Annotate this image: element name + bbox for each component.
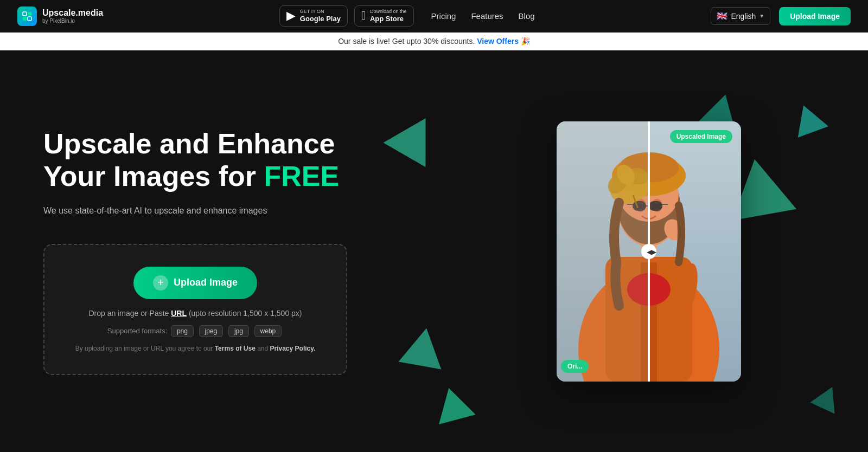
hero-section: Upscale and Enhance Your Images for FREE…	[0, 50, 868, 452]
hero-title-line1: Upscale and Enhance	[43, 128, 335, 159]
decorative-triangle-5	[430, 383, 475, 424]
chevron-down-icon: ▼	[759, 13, 764, 19]
app-store-sub: Download on the	[370, 9, 407, 15]
svg-rect-19	[649, 201, 662, 211]
decorative-triangle-6	[810, 381, 844, 414]
upload-button-label: Upload Image	[174, 277, 238, 288]
formats-label: Supported formats:	[107, 327, 168, 335]
logo[interactable]: Upscale.media by PixelBin.io	[17, 7, 103, 26]
svg-rect-2	[23, 17, 27, 21]
terms-link[interactable]: Terms of Use	[215, 345, 256, 352]
promo-bar: Our sale is live! Get upto 30% discounts…	[0, 33, 868, 50]
logo-title: Upscale.media	[42, 8, 103, 18]
navbar: Upscale.media by PixelBin.io ▶ GET IT ON…	[0, 0, 868, 33]
hero-image-right: ◀▶ Upscaled Image Ori...	[473, 121, 825, 382]
drop-text-suffix: (upto resolution 1,500 x 1,500 px)	[187, 309, 302, 318]
upload-box: + Upload Image Drop an image or Paste UR…	[43, 244, 347, 375]
google-play-button[interactable]: ▶ GET IT ON Google Play	[279, 5, 348, 26]
format-jpeg: jpeg	[199, 325, 224, 337]
svg-rect-1	[28, 12, 31, 16]
flag-icon: 🇬🇧	[717, 11, 727, 21]
language-label: English	[731, 12, 756, 21]
hero-title-line2: Your Images for	[43, 160, 264, 192]
original-label: Ori...	[561, 360, 589, 373]
promo-emoji: 🎉	[521, 37, 530, 46]
logo-text: Upscale.media by PixelBin.io	[42, 8, 103, 24]
promo-link[interactable]: View Offers	[477, 37, 519, 46]
google-play-name: Google Play	[300, 15, 341, 23]
app-store-button[interactable]:  Download on the App Store	[354, 5, 414, 26]
nav-upload-button[interactable]: Upload Image	[779, 7, 851, 25]
hero-content-left: Upscale and Enhance Your Images for FREE…	[43, 128, 347, 374]
svg-rect-30	[557, 121, 649, 382]
comparison-image: ◀▶	[557, 121, 741, 382]
terms-text: By uploading an image or URL you agree t…	[61, 345, 330, 352]
format-png: png	[171, 325, 194, 337]
format-webp: webp	[254, 325, 282, 337]
url-link[interactable]: URL	[171, 309, 187, 318]
hero-subtitle: We use state-of-the-art AI to upscale an…	[43, 204, 347, 218]
formats-row: Supported formats: png jpeg jpg webp	[61, 325, 330, 337]
app-store-name: App Store	[370, 15, 407, 23]
logo-subtitle: by PixelBin.io	[42, 18, 103, 24]
nav-right: 🇬🇧 English ▼ Upload Image	[711, 7, 851, 25]
drop-text-prefix: Drop an image or Paste	[89, 309, 171, 318]
language-selector[interactable]: 🇬🇧 English ▼	[711, 7, 770, 25]
svg-rect-3	[28, 17, 31, 21]
main-upload-button[interactable]: + Upload Image	[133, 267, 257, 299]
terms-prefix: By uploading an image or URL you agree t…	[75, 345, 215, 352]
google-play-sub: GET IT ON	[300, 9, 341, 15]
nav-center: ▶ GET IT ON Google Play  Download on th…	[279, 5, 535, 26]
image-compare-widget: ◀▶ Upscaled Image Ori...	[557, 121, 741, 382]
nav-links: Pricing Features Blog	[431, 11, 535, 21]
decorative-triangle-1	[384, 106, 447, 167]
drop-text: Drop an image or Paste URL (upto resolut…	[61, 309, 330, 318]
svg-rect-0	[23, 12, 27, 16]
promo-text: Our sale is live! Get upto 30% discounts…	[338, 37, 475, 46]
apple-icon: 	[361, 9, 366, 23]
hero-title-highlight: FREE	[264, 160, 339, 192]
google-play-icon: ▶	[286, 9, 296, 23]
svg-text:◀▶: ◀▶	[647, 248, 657, 256]
logo-icon	[17, 7, 37, 26]
plus-icon: +	[153, 275, 168, 290]
format-jpg: jpg	[228, 325, 249, 337]
hero-title: Upscale and Enhance Your Images for FREE	[43, 128, 347, 193]
decorative-triangle-4	[399, 325, 448, 370]
features-link[interactable]: Features	[471, 11, 503, 21]
terms-and: and	[256, 345, 270, 352]
pricing-link[interactable]: Pricing	[431, 11, 456, 21]
upscaled-label: Upscaled Image	[670, 130, 732, 143]
blog-link[interactable]: Blog	[519, 11, 535, 21]
privacy-link[interactable]: Privacy Policy.	[270, 345, 316, 352]
